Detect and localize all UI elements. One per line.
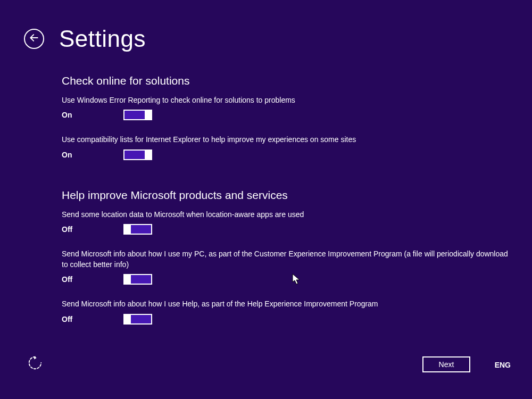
next-button-label: Next — [439, 360, 454, 369]
back-arrow-icon — [29, 32, 39, 45]
setting-state-label: On — [62, 111, 123, 119]
next-button[interactable]: Next — [422, 356, 470, 372]
setting-text: Send Microsoft info about how I use my P… — [62, 248, 511, 270]
setting-state-label: Off — [62, 225, 123, 234]
section-heading: Check online for solutions — [62, 74, 511, 87]
setting-text: Send some location data to Microsoft whe… — [62, 209, 511, 220]
setting-text: Use compatibility lists for Internet Exp… — [62, 134, 511, 145]
toggle-help-experience[interactable] — [123, 314, 152, 325]
page-title: Settings — [59, 26, 146, 52]
setting-state-label: Off — [62, 315, 123, 323]
section-heading: Help improve Microsoft products and serv… — [62, 189, 511, 202]
language-indicator[interactable]: ENG — [495, 361, 511, 369]
setting-text: Use Windows Error Reporting to check onl… — [62, 95, 511, 105]
setting-text: Send Microsoft info about how I use Help… — [62, 298, 511, 309]
toggle-location-data[interactable] — [123, 224, 152, 235]
ease-of-access-button[interactable] — [27, 355, 44, 372]
setting-state-label: Off — [62, 275, 123, 284]
toggle-ie-compat-lists[interactable] — [123, 149, 152, 160]
toggle-error-reporting[interactable] — [123, 110, 152, 120]
toggle-ceip[interactable] — [123, 274, 152, 285]
back-button[interactable] — [24, 29, 44, 49]
setting-state-label: On — [62, 151, 123, 159]
ease-of-access-icon — [27, 355, 43, 373]
